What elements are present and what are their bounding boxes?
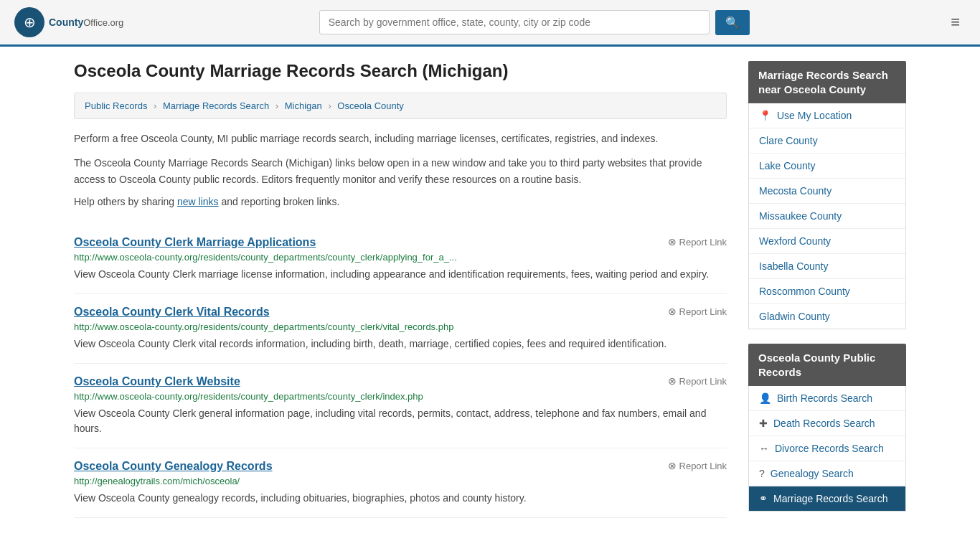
- sidebar-item-divorce[interactable]: ↔ Divorce Records Search: [749, 436, 905, 461]
- result-title-3[interactable]: Osceola County Clerk Website: [74, 375, 240, 388]
- sidebar-item-wexford[interactable]: Wexford County: [749, 229, 905, 254]
- sidebar-item-marriage[interactable]: ⚭ Marriage Records Search: [749, 486, 905, 511]
- report-link-1[interactable]: ⊗ Report Link: [668, 236, 727, 248]
- sidebar-header-2: Osceola County Public Records: [748, 344, 906, 386]
- sidebar-item-gladwin[interactable]: Gladwin County: [749, 304, 905, 329]
- header-right: ≡: [945, 10, 966, 34]
- breadcrumb-sep3: ›: [328, 100, 334, 111]
- sidebar-item-missaukee[interactable]: Missaukee County: [749, 204, 905, 229]
- report-link-2[interactable]: ⊗ Report Link: [668, 306, 727, 317]
- marriage-icon: ⚭: [759, 493, 768, 504]
- sidebar-section-public-records: Osceola County Public Records 👤 Birth Re…: [748, 344, 906, 512]
- genealogy-search-link[interactable]: Genealogy Search: [771, 468, 854, 479]
- divorce-icon: ↔: [759, 443, 769, 454]
- divorce-records-link[interactable]: Divorce Records Search: [775, 443, 884, 454]
- missaukee-county-link[interactable]: Missaukee County: [759, 210, 842, 222]
- breadcrumb-michigan[interactable]: Michigan: [285, 100, 322, 111]
- sidebar-item-birth[interactable]: 👤 Birth Records Search: [749, 386, 905, 411]
- result-header: Osceola County Genealogy Records ⊗ Repor…: [74, 460, 727, 473]
- result-header: Osceola County Clerk Vital Records ⊗ Rep…: [74, 306, 727, 319]
- lake-county-link[interactable]: Lake County: [759, 160, 816, 171]
- isabella-county-link[interactable]: Isabella County: [759, 260, 829, 272]
- page-title: Osceola County Marriage Records Search (…: [74, 61, 727, 81]
- breadcrumb-public-records[interactable]: Public Records: [85, 100, 147, 111]
- report-icon-3: ⊗: [668, 375, 677, 387]
- result-url-3: http://www.osceola-county.org/residents/…: [74, 391, 727, 402]
- breadcrumb-osceola[interactable]: Osceola County: [337, 100, 404, 111]
- search-button[interactable]: 🔍: [715, 10, 750, 35]
- sidebar-item-clare[interactable]: Clare County: [749, 128, 905, 154]
- main-container: Osceola County Marriage Records Search (…: [60, 47, 920, 540]
- result-url-1: http://www.osceola-county.org/residents/…: [74, 252, 727, 263]
- result-url-2: http://www.osceola-county.org/residents/…: [74, 321, 727, 332]
- result-header: Osceola County Clerk Website ⊗ Report Li…: [74, 375, 727, 388]
- sidebar-item-isabella[interactable]: Isabella County: [749, 254, 905, 279]
- location-icon: 📍: [759, 110, 771, 121]
- content-area: Osceola County Marriage Records Search (…: [74, 61, 727, 526]
- breadcrumb: Public Records › Marriage Records Search…: [74, 93, 727, 119]
- breadcrumb-sep2: ›: [275, 100, 281, 111]
- sidebar-item-roscommon[interactable]: Roscommon County: [749, 279, 905, 304]
- result-desc-1: View Osceola County Clerk marriage licen…: [74, 267, 727, 282]
- search-area: 🔍: [319, 10, 750, 35]
- sidebar-item-lake[interactable]: Lake County: [749, 154, 905, 179]
- result-desc-2: View Osceola County Clerk vital records …: [74, 336, 727, 352]
- search-input[interactable]: [319, 10, 710, 34]
- birth-icon: 👤: [759, 392, 771, 404]
- report-icon-1: ⊗: [668, 236, 677, 248]
- result-item: Osceola County Clerk Vital Records ⊗ Rep…: [74, 294, 727, 364]
- sidebar-item-death[interactable]: ✚ Death Records Search: [749, 411, 905, 436]
- result-item: Osceola County Genealogy Records ⊗ Repor…: [74, 448, 727, 518]
- results-list: Osceola County Clerk Marriage Applicatio…: [74, 225, 727, 518]
- mecosta-county-link[interactable]: Mecosta County: [759, 185, 831, 197]
- genealogy-icon: ?: [759, 468, 765, 479]
- sidebar-list-2: 👤 Birth Records Search ✚ Death Records S…: [748, 386, 906, 512]
- logo-icon: ⊕: [14, 7, 44, 37]
- logo-text: CountyOffice.org: [49, 17, 123, 28]
- report-icon-4: ⊗: [668, 460, 677, 471]
- result-desc-4: View Osceola County genealogy records, i…: [74, 491, 727, 506]
- sidebar-item-mecosta[interactable]: Mecosta County: [749, 179, 905, 204]
- sidebar-list-1: 📍 Use My Location Clare County Lake Coun…: [748, 103, 906, 329]
- detail-text: The Osceola County Marriage Records Sear…: [74, 155, 727, 187]
- result-item: Osceola County Clerk Website ⊗ Report Li…: [74, 364, 727, 448]
- intro-text: Perform a free Osceola County, MI public…: [74, 131, 727, 146]
- result-title-1[interactable]: Osceola County Clerk Marriage Applicatio…: [74, 236, 316, 249]
- birth-records-link[interactable]: Birth Records Search: [777, 392, 872, 404]
- death-records-link[interactable]: Death Records Search: [773, 418, 875, 429]
- logo-area: ⊕ CountyOffice.org: [14, 7, 123, 37]
- breadcrumb-marriage-records[interactable]: Marriage Records Search: [163, 100, 269, 111]
- report-link-3[interactable]: ⊗ Report Link: [668, 375, 727, 387]
- marriage-records-link[interactable]: Marriage Records Search: [773, 493, 888, 504]
- result-header: Osceola County Clerk Marriage Applicatio…: [74, 236, 727, 249]
- report-icon-2: ⊗: [668, 306, 677, 317]
- sidebar-item-location[interactable]: 📍 Use My Location: [749, 103, 905, 128]
- breadcrumb-sep1: ›: [154, 100, 159, 111]
- report-link-4[interactable]: ⊗ Report Link: [668, 460, 727, 471]
- result-desc-3: View Osceola County Clerk general inform…: [74, 406, 727, 436]
- sidebar-header-1: Marriage Records Search near Osceola Cou…: [748, 61, 906, 103]
- use-my-location-link[interactable]: Use My Location: [777, 110, 852, 121]
- sidebar-item-genealogy[interactable]: ? Genealogy Search: [749, 461, 905, 486]
- result-title-4[interactable]: Osceola County Genealogy Records: [74, 460, 273, 473]
- death-icon: ✚: [759, 418, 768, 429]
- sidebar: Marriage Records Search near Osceola Cou…: [748, 61, 906, 526]
- menu-button[interactable]: ≡: [945, 10, 966, 34]
- result-title-2[interactable]: Osceola County Clerk Vital Records: [74, 306, 270, 319]
- result-url-4: http://genealogytrails.com/mich/osceola/: [74, 476, 727, 486]
- new-links-link[interactable]: new links: [177, 196, 219, 207]
- wexford-county-link[interactable]: Wexford County: [759, 235, 831, 247]
- sidebar-section-nearby: Marriage Records Search near Osceola Cou…: [748, 61, 906, 329]
- clare-county-link[interactable]: Clare County: [759, 135, 818, 146]
- result-item: Osceola County Clerk Marriage Applicatio…: [74, 225, 727, 294]
- site-header: ⊕ CountyOffice.org 🔍 ≡: [0, 0, 980, 47]
- gladwin-county-link[interactable]: Gladwin County: [759, 311, 830, 322]
- help-text: Help others by sharing new links and rep…: [74, 196, 727, 207]
- roscommon-county-link[interactable]: Roscommon County: [759, 286, 850, 297]
